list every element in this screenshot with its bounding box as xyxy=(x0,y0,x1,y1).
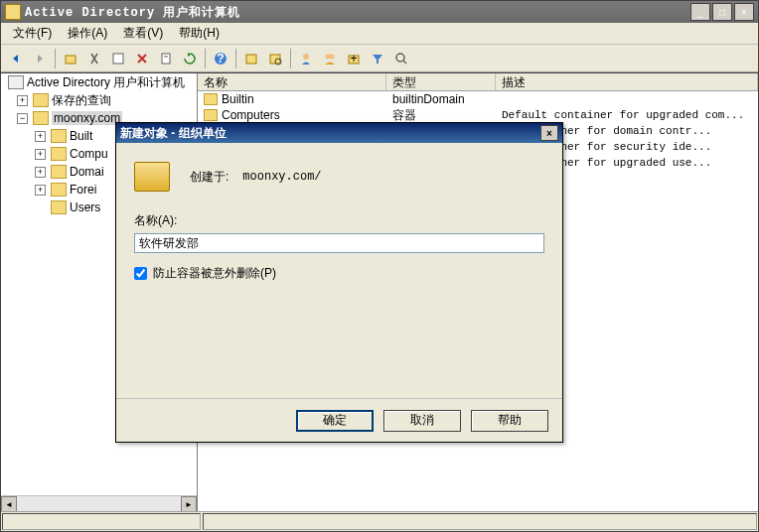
ou-large-icon xyxy=(134,162,170,192)
properties2-icon[interactable] xyxy=(155,48,177,69)
protect-label: 防止容器被意外删除(P) xyxy=(153,265,276,282)
properties-icon[interactable] xyxy=(107,48,129,69)
tree-saved-queries[interactable]: + 保存的查询 xyxy=(1,91,197,109)
maximize-button[interactable]: □ xyxy=(712,3,732,21)
new-ou-icon[interactable]: + xyxy=(343,48,365,69)
window-title: Active Directory 用户和计算机 xyxy=(25,4,690,21)
new-user-icon[interactable] xyxy=(295,48,317,69)
help-button[interactable]: 帮助 xyxy=(471,410,548,432)
dialog-body: 创建于: moonxy.com/ 名称(A): 防止容器被意外删除(P) xyxy=(116,143,562,398)
app-icon xyxy=(5,4,21,20)
toolbar: ? + xyxy=(1,45,758,72)
delete-icon[interactable] xyxy=(131,48,153,69)
svg-rect-6 xyxy=(246,55,256,64)
new-container-icon[interactable] xyxy=(240,48,262,69)
name-input[interactable] xyxy=(134,233,544,253)
menubar: 文件(F) 操作(A) 查看(V) 帮助(H) xyxy=(1,23,758,45)
minimize-button[interactable]: _ xyxy=(690,3,710,21)
folder-icon xyxy=(51,183,67,197)
status-seg xyxy=(203,513,757,530)
tree-label: Compu xyxy=(70,147,108,161)
folder-icon xyxy=(51,129,67,143)
dialog-buttons: 确定 取消 帮助 xyxy=(116,398,562,442)
console-icon xyxy=(8,75,24,89)
find-icon[interactable] xyxy=(264,48,286,69)
svg-rect-0 xyxy=(66,56,76,64)
scroll-right-icon[interactable]: ► xyxy=(181,496,197,511)
menu-view[interactable]: 查看(V) xyxy=(115,23,171,44)
search-icon[interactable] xyxy=(390,48,412,69)
col-desc[interactable]: 描述 xyxy=(496,73,758,90)
menu-file[interactable]: 文件(F) xyxy=(5,23,60,44)
new-ou-dialog: 新建对象 - 组织单位 × 创建于: moonxy.com/ 名称(A): 防止… xyxy=(115,122,563,443)
help-icon[interactable]: ? xyxy=(210,48,231,69)
svg-point-9 xyxy=(303,54,309,60)
col-name[interactable]: 名称 xyxy=(198,73,386,90)
created-in-label: 创建于: xyxy=(190,169,228,186)
tree-h-scrollbar[interactable]: ◄ ► xyxy=(1,495,197,511)
folder-icon xyxy=(204,109,218,121)
svg-rect-2 xyxy=(162,54,170,64)
tree-label: Built xyxy=(70,129,92,143)
list-header: 名称 类型 描述 xyxy=(198,73,758,91)
ok-button[interactable]: 确定 xyxy=(296,410,374,432)
svg-point-14 xyxy=(396,54,404,62)
statusbar xyxy=(1,511,758,531)
menu-help[interactable]: 帮助(H) xyxy=(171,23,228,44)
back-button[interactable] xyxy=(5,48,27,69)
domain-icon xyxy=(33,111,49,125)
new-group-icon[interactable] xyxy=(319,48,341,69)
expander-icon[interactable]: + xyxy=(35,185,46,196)
dialog-title: 新建对象 - 组织单位 xyxy=(120,125,540,142)
tree-label: Users xyxy=(70,200,100,214)
refresh-icon[interactable] xyxy=(179,48,201,69)
cut-icon[interactable] xyxy=(83,48,105,69)
expander-icon[interactable]: − xyxy=(17,113,28,124)
created-in-path: moonxy.com/ xyxy=(242,170,321,184)
tree-root[interactable]: Active Directory 用户和计算机 xyxy=(1,73,197,91)
dialog-close-button[interactable]: × xyxy=(540,125,558,141)
name-label: 名称(A): xyxy=(134,212,544,229)
scroll-track[interactable] xyxy=(17,496,181,511)
svg-line-15 xyxy=(403,61,406,64)
cancel-button[interactable]: 取消 xyxy=(383,410,461,432)
col-type[interactable]: 类型 xyxy=(386,73,496,90)
tree-label: 保存的查询 xyxy=(52,92,111,109)
filter-icon[interactable] xyxy=(367,48,388,69)
list-row[interactable]: Builtin builtinDomain xyxy=(198,91,758,107)
expander-icon[interactable]: + xyxy=(35,131,46,142)
tree-label: Domai xyxy=(70,165,104,179)
svg-text:+: + xyxy=(350,52,357,66)
folder-icon xyxy=(51,165,67,179)
svg-text:?: ? xyxy=(217,52,224,66)
list-row[interactable]: Computers 容器 Default container for upgra… xyxy=(198,107,758,123)
scroll-left-icon[interactable]: ◄ xyxy=(1,496,17,511)
titlebar: Active Directory 用户和计算机 _ □ × xyxy=(1,1,758,23)
close-button[interactable]: × xyxy=(734,3,754,21)
tree-label: Forei xyxy=(70,183,96,197)
folder-icon xyxy=(33,93,49,107)
dialog-titlebar: 新建对象 - 组织单位 × xyxy=(116,123,562,143)
folder-icon xyxy=(204,93,218,105)
svg-point-11 xyxy=(330,54,335,59)
expander-icon[interactable]: + xyxy=(35,167,46,178)
status-seg xyxy=(2,513,201,530)
window-buttons: _ □ × xyxy=(690,3,754,21)
expander-icon[interactable]: + xyxy=(35,149,46,160)
tree-root-label: Active Directory 用户和计算机 xyxy=(27,74,185,91)
tree-domain-label: moonxy.com xyxy=(52,111,122,125)
folder-icon xyxy=(51,200,67,214)
up-button[interactable] xyxy=(60,48,81,69)
menu-action[interactable]: 操作(A) xyxy=(60,23,115,44)
folder-icon xyxy=(51,147,67,161)
protect-checkbox[interactable] xyxy=(134,267,147,280)
protect-row[interactable]: 防止容器被意外删除(P) xyxy=(134,265,544,282)
svg-rect-1 xyxy=(113,54,123,64)
expander-icon[interactable]: + xyxy=(17,95,28,106)
forward-button[interactable] xyxy=(29,48,51,69)
